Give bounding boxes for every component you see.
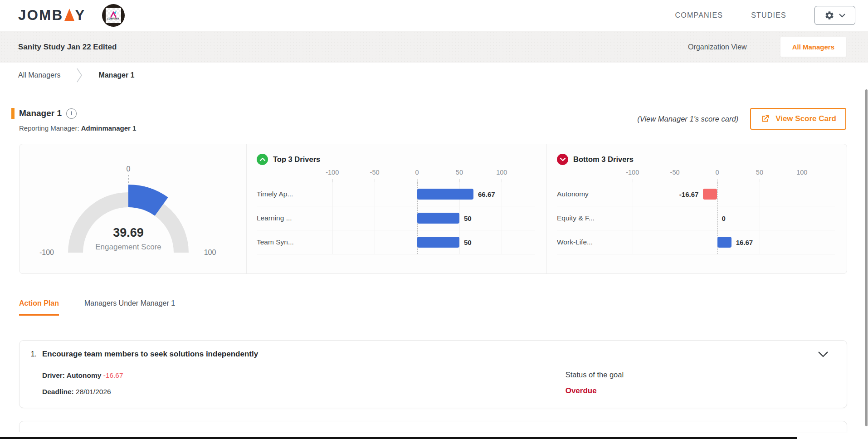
top-nav: COMPANIES STUDIES: [675, 6, 855, 25]
driver-row: Autonomy-16.67: [557, 182, 835, 206]
logo-text-right: Y: [75, 7, 86, 24]
active-tab-underline: [19, 314, 59, 316]
company-logo-mark-icon: [110, 11, 117, 18]
driver-value: 50: [464, 239, 472, 246]
expand-card-chevron-icon[interactable]: [818, 351, 835, 357]
external-link-icon: [760, 114, 770, 124]
tab-action-plan-label: Action Plan: [19, 299, 59, 307]
top-drivers-icon: [257, 154, 268, 165]
driver-bar-area: 16.67: [611, 230, 823, 254]
action-plan-card-next: [19, 421, 847, 432]
goal-status-value: Overdue: [566, 386, 835, 395]
jombay-logo[interactable]: JOMBY: [18, 7, 86, 24]
driver-row: Equity & F...0: [557, 206, 835, 230]
bottom-drivers-chart: Bottom 3 Drivers -100-50050100 Autonomy-…: [546, 144, 847, 273]
axis-tick-mark: [760, 179, 760, 182]
tab-managers-under-label: Managers Under Manager 1: [84, 299, 175, 307]
vertical-scrollbar-thumb[interactable]: [865, 89, 868, 426]
top-drivers-rows: Timely Ap...66.67Learning ...50Team Syn.…: [257, 182, 535, 254]
gauge-chart: 0 39.69 Engagement Score -100 100: [29, 155, 237, 264]
reporting-manager-label: Reporting Manager:: [19, 124, 79, 132]
driver-row: Learning ...50: [257, 206, 535, 230]
bottom-edge-strip: [0, 437, 797, 439]
axis-tick-mark: [502, 179, 502, 182]
tab-managers-under-manager[interactable]: Managers Under Manager 1: [84, 299, 175, 315]
driver-bar: [417, 237, 459, 248]
axis-tick-label: -100: [626, 169, 639, 176]
driver-value: 66.67: [478, 190, 495, 198]
tab-action-plan[interactable]: Action Plan: [19, 299, 59, 315]
driver-value: 16.67: [736, 239, 753, 246]
driver-row: Work-Life...16.67: [557, 230, 835, 254]
goal-deadline-label: Deadline:: [42, 388, 74, 395]
axis-tick-label: -50: [370, 169, 380, 176]
company-logo[interactable]: COMPANY: [102, 4, 125, 27]
driver-bar-area: -16.67: [611, 182, 823, 206]
gauge-top-tick: 0: [127, 165, 131, 173]
driver-bar-area: 66.67: [311, 182, 523, 206]
study-header: Sanity Study Jan 22 Edited Organization …: [0, 31, 868, 63]
axis-tick-label: 50: [456, 169, 463, 176]
axis-tick-label: 100: [496, 169, 507, 176]
driver-bar: [703, 189, 717, 200]
driver-bar-area: 50: [311, 206, 523, 230]
goal-title: Encourage team members to seek solutions…: [42, 350, 258, 359]
axis-tick-mark: [417, 179, 418, 182]
axis-tick-label: 0: [715, 169, 719, 176]
chevron-down-icon: [839, 14, 845, 18]
view-score-card-button[interactable]: View Score Card: [750, 108, 846, 130]
nav-studies[interactable]: STUDIES: [751, 11, 786, 20]
bottom-drivers-axis: -100-50050100: [611, 166, 823, 182]
top-header: JOMBY COMPANY COMPANIES STUDIES: [0, 0, 868, 31]
bottom-drivers-icon: [557, 154, 568, 165]
nav-companies[interactable]: COMPANIES: [675, 11, 723, 20]
manager-section-header: Manager 1 i Reporting Manager: Adminmana…: [11, 108, 846, 132]
driver-row: Timely Ap...66.67: [257, 182, 535, 206]
goal-driver-label: Driver: Autonomy: [42, 371, 101, 379]
axis-tick-mark: [332, 179, 333, 182]
tab-bar: Action Plan Managers Under Manager 1: [19, 299, 868, 315]
bottom-drivers-title: Bottom 3 Drivers: [573, 155, 634, 164]
top-drivers-title: Top 3 Drivers: [273, 155, 320, 164]
logo-text-left: JOMB: [18, 7, 63, 24]
view-mode-label: Organization View: [688, 43, 747, 51]
driver-bar: [417, 189, 474, 200]
axis-tick-mark: [459, 179, 460, 182]
gauge-max-label: 100: [204, 249, 216, 256]
driver-value: 50: [464, 215, 472, 222]
axis-tick-mark: [633, 179, 633, 182]
action-plan-card: 1. Encourage team members to seek soluti…: [19, 340, 847, 408]
drivers-panel: 0 39.69 Engagement Score -100 100 Top 3 …: [19, 144, 847, 274]
driver-row: Team Syn...50: [257, 230, 535, 254]
driver-bar-area: 0: [611, 206, 823, 230]
breadcrumb-separator-icon: [76, 68, 83, 83]
axis-tick-label: 0: [415, 169, 419, 176]
company-logo-text: COMPANY: [107, 18, 119, 20]
driver-value: -16.67: [679, 190, 699, 198]
bottom-drivers-rows: Autonomy-16.67Equity & F...0Work-Life...…: [557, 182, 835, 254]
breadcrumb-current: Manager 1: [98, 71, 134, 79]
breadcrumb: All Managers Manager 1: [0, 63, 868, 88]
view-score-card-label: View Score Card: [775, 114, 836, 123]
logo-triangle-icon: [64, 9, 74, 21]
accent-bar: [11, 108, 15, 119]
scorecard-hint: (View Manager 1's score card): [637, 115, 738, 123]
info-icon[interactable]: i: [66, 108, 77, 119]
driver-value: 0: [722, 215, 726, 222]
driver-label: Equity & F...: [557, 214, 611, 222]
breadcrumb-all-managers[interactable]: All Managers: [18, 71, 60, 79]
driver-label: Learning ...: [257, 214, 311, 222]
goal-driver-value: -16.67: [103, 371, 123, 379]
manager-name: Manager 1: [19, 108, 62, 118]
settings-menu-button[interactable]: [814, 6, 855, 25]
axis-tick-mark: [375, 179, 375, 182]
driver-label: Timely Ap...: [257, 190, 311, 198]
axis-tick-label: 50: [756, 169, 763, 176]
all-managers-button[interactable]: All Managers: [780, 37, 846, 57]
axis-tick-label: 100: [796, 169, 807, 176]
engagement-gauge: 0 39.69 Engagement Score -100 100: [20, 144, 246, 273]
top-drivers-chart: Top 3 Drivers -100-50050100 Timely Ap...…: [246, 144, 546, 273]
driver-label: Work-Life...: [557, 238, 611, 246]
company-logo-image: COMPANY: [106, 8, 121, 23]
gauge-min-label: -100: [39, 249, 54, 256]
